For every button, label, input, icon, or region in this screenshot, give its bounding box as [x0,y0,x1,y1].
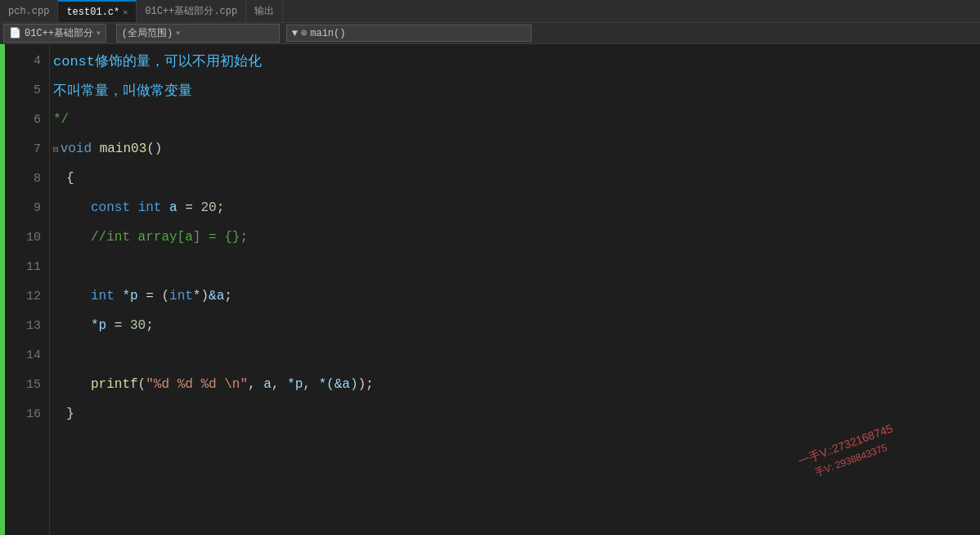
line-numbers: 4 5 6 7 8 9 10 11 12 13 14 15 16 [5,44,50,535]
close-icon[interactable]: ✕ [123,7,128,17]
code-token: ( [138,377,146,392]
code-token: ; [146,318,154,333]
line-num-10: 10 [5,223,49,252]
code-token: = ( [138,289,169,303]
code-line-4: const修饰的量，可以不用初始化 [53,46,980,75]
watermark: 一手V.:2732168745 手V: 2938843375 [796,420,901,486]
code-token: = [178,200,201,215]
line-num-4: 4 [5,46,49,75]
code-token: int [169,289,193,303]
line-num-6: 6 [5,105,49,134]
code-content[interactable]: const修饰的量，可以不用初始化 不叫常量，叫做常变量 */ ⊟ void m… [50,44,980,535]
code-token: 不叫常量，叫做常变量 [53,81,192,100]
code-token [161,200,169,215]
module-label: 01C++基础部分 [25,26,93,40]
code-line-9: const int a = 20 ; [53,193,980,223]
code-token: 20 [200,200,216,215]
line-num-13: 13 [5,311,49,340]
line-num-16: 16 [5,399,49,429]
toolbar-row: 📄 01C++基础部分 ▼ (全局范围) ▼ ▼ ⊙ main() [0,23,980,44]
code-token: { [66,171,74,186]
scope-selector[interactable]: (全局范围) ▼ [116,24,280,43]
code-token: void [61,142,92,156]
tabs-bar: pch.cpp test01.c* ✕ 01C++基础部分.cpp 输出 [0,0,980,23]
editor-area: 4 5 6 7 8 9 10 11 12 13 14 15 16 const修饰… [0,44,980,535]
line-num-11: 11 [5,252,49,281]
code-token: printf [91,377,138,392]
line-num-15: 15 [5,370,49,399]
code-token: const [91,200,130,215]
func-selector[interactable]: ▼ ⊙ main() [286,25,532,42]
func-label: main() [310,28,345,39]
code-token: 30 [130,318,146,333]
code-token: ; [217,200,225,215]
code-token: } [66,407,74,421]
module-icon: 📄 [9,27,21,39]
line-num-5: 5 [5,75,49,105]
code-line-12: int *p = ( int *) &a ; [53,281,980,311]
scope-dropdown-arrow: ▼ [176,29,180,37]
module-dropdown-arrow: ▼ [97,29,101,37]
code-line-6: */ [53,105,980,134]
code-token: a, *p, *(&a) [256,377,358,392]
tab-cpp-basics-label: 01C++基础部分.cpp [145,4,237,18]
code-line-15: printf ( "%d %d %d \n" , a, *p, *(&a) ); [53,370,980,399]
scope-label: (全局范围) [122,26,173,40]
line-num-9: 9 [5,193,49,223]
code-token: &a [209,289,224,303]
code-line-14 [53,340,980,370]
code-token [92,142,100,156]
line-num-12: 12 [5,281,49,311]
tab-output[interactable]: 输出 [246,0,283,22]
code-token: a [169,200,178,215]
code-token: ; [224,289,232,303]
code-token: */ [53,112,69,127]
code-token: int [91,289,115,303]
tab-cpp-basics[interactable]: 01C++基础部分.cpp [137,0,246,22]
line-num-7: 7 [5,134,49,164]
tab-test01[interactable]: test01.c* ✕ [58,0,137,22]
code-token: () [146,142,162,156]
tab-test01-label: test01.c* [66,7,119,18]
code-token: *) [193,289,209,303]
watermark-line2: 手V: 2938843375 [802,437,901,486]
code-token: *p [122,289,137,303]
code-line-11 [53,252,980,281]
func-icon: ⊙ [301,27,307,39]
tab-pch-label: pch.cpp [8,6,49,17]
code-line-7: ⊟ void main03 () [53,134,980,164]
code-token: , [248,377,256,392]
code-token: = [106,318,130,333]
func-arrow-icon: ▼ [292,28,298,39]
code-line-10: //int array[a] = {}; [53,223,980,252]
code-token: ); [357,377,373,392]
code-token: *p [91,318,106,333]
code-token [130,200,138,215]
code-token: "%d %d %d \n" [146,377,248,392]
collapse-icon[interactable]: ⊟ [53,144,59,155]
code-token: main03 [100,142,147,156]
tab-pch[interactable]: pch.cpp [0,0,58,22]
code-token: int [138,200,162,215]
code-token: const修饰的量，可以不用初始化 [53,52,262,70]
code-line-5: 不叫常量，叫做常变量 [53,75,980,105]
code-token [115,289,123,303]
tab-output-label: 输出 [254,4,274,18]
code-line-8: { [53,164,980,193]
code-line-16: } [53,399,980,429]
code-token: //int array[a] = {}; [91,230,248,245]
code-line-13: *p = 30 ; [53,311,980,340]
line-num-14: 14 [5,340,49,370]
module-selector[interactable]: 📄 01C++基础部分 ▼ [3,24,106,43]
line-num-8: 8 [5,164,49,193]
